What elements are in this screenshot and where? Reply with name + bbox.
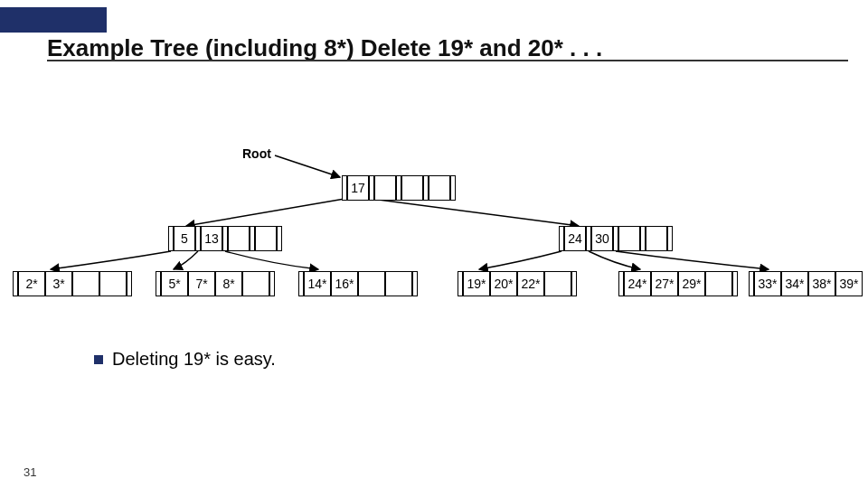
leaf-cell	[242, 271, 269, 296]
inner-left-key-3	[255, 226, 277, 251]
leaf-cell: 24*	[624, 271, 651, 296]
slide-title: Example Tree (including 8*) Delete 19* a…	[47, 34, 602, 62]
svg-line-2	[372, 199, 579, 226]
root-label: Root	[242, 146, 271, 161]
svg-line-1	[186, 199, 344, 226]
bullet-icon	[94, 355, 103, 364]
leaf-cell	[385, 271, 412, 296]
leaf-2: 14* 16*	[298, 271, 418, 296]
inner-left-node: 5 13	[168, 226, 282, 251]
leaf-cell: 5*	[161, 271, 188, 296]
leaf-cell: 38*	[808, 271, 835, 296]
bullet-line: Deleting 19* is easy.	[94, 349, 276, 370]
btree-diagram: Root 17 5 13 24 30 2*	[0, 136, 868, 316]
leaf-cell: 7*	[188, 271, 215, 296]
page-number: 31	[24, 465, 36, 479]
root-key-0: 17	[347, 175, 369, 201]
ptr	[667, 226, 673, 251]
leaf-5: 33* 34* 38* 39*	[749, 271, 863, 296]
leaf-cell: 27*	[651, 271, 678, 296]
leaf-cell: 39*	[835, 271, 863, 296]
inner-right-node: 24 30	[559, 226, 673, 251]
root-node: 17	[342, 175, 456, 201]
leaf-cell: 19*	[463, 271, 490, 296]
svg-line-0	[275, 155, 340, 177]
leaf-cell: 33*	[754, 271, 781, 296]
ptr	[269, 271, 275, 296]
leaf-0: 2* 3*	[13, 271, 132, 296]
inner-right-key-1: 30	[591, 226, 613, 251]
inner-left-key-1: 13	[201, 226, 222, 251]
leaf-cell: 2*	[18, 271, 45, 296]
bullet-text: Deleting 19* is easy.	[112, 349, 276, 370]
inner-left-key-2	[228, 226, 250, 251]
leaf-cell: 14*	[304, 271, 331, 296]
leaf-cell: 29*	[678, 271, 705, 296]
ptr	[571, 271, 577, 296]
inner-right-key-0: 24	[564, 226, 586, 251]
leaf-cell: 20*	[490, 271, 517, 296]
inner-left-key-0: 5	[174, 226, 195, 251]
leaf-cell: 3*	[45, 271, 72, 296]
title-underline	[47, 60, 848, 61]
leaf-3: 19* 20* 22*	[458, 271, 577, 296]
leaf-cell: 8*	[215, 271, 242, 296]
ptr	[412, 271, 418, 296]
leaf-cell	[544, 271, 571, 296]
ptr	[127, 271, 132, 296]
leaf-cell	[358, 271, 385, 296]
root-key-3	[429, 175, 450, 201]
leaf-1: 5* 7* 8*	[156, 271, 275, 296]
inner-right-key-3	[646, 226, 667, 251]
leaf-cell	[99, 271, 127, 296]
leaf-4: 24* 27* 29*	[618, 271, 738, 296]
leaf-cell	[705, 271, 732, 296]
root-key-2	[401, 175, 423, 201]
header-accent-band	[0, 7, 107, 33]
ptr	[450, 175, 456, 201]
leaf-cell: 34*	[781, 271, 808, 296]
inner-right-key-2	[618, 226, 640, 251]
leaf-cell: 16*	[331, 271, 358, 296]
root-key-1	[374, 175, 396, 201]
ptr	[732, 271, 738, 296]
leaf-cell	[72, 271, 99, 296]
ptr	[277, 226, 282, 251]
leaf-cell: 22*	[517, 271, 544, 296]
